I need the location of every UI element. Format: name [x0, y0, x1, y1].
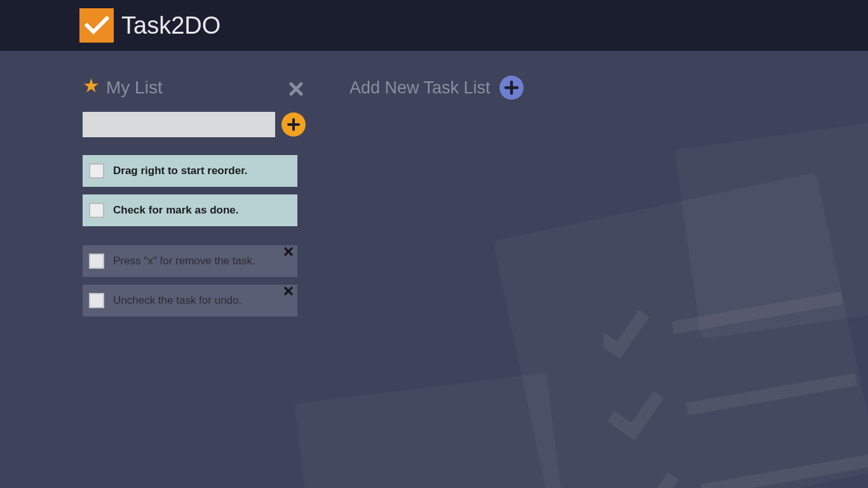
task-checkbox[interactable] — [89, 254, 104, 269]
new-task-row — [83, 112, 308, 137]
svg-line-0 — [673, 298, 842, 328]
close-list-button[interactable] — [284, 79, 308, 98]
app-logo-icon — [79, 8, 114, 43]
app-title-part3: DO — [184, 12, 220, 39]
task-label: Press "x" for remove the task. — [113, 255, 255, 268]
task-row[interactable]: Check for mark as done. — [83, 194, 297, 226]
add-task-button[interactable] — [281, 112, 306, 137]
remove-task-button[interactable] — [283, 286, 294, 296]
task-row[interactable]: Uncheck the task for undo. — [83, 285, 297, 316]
list-header: ★ My List — [83, 76, 308, 99]
star-icon: ★ — [83, 76, 100, 95]
app-header: Task2DO — [0, 0, 868, 51]
svg-line-2 — [702, 461, 868, 488]
background-checklist-icon — [604, 267, 868, 488]
task-row[interactable]: Drag right to start reorder. — [83, 155, 297, 187]
add-list-label: Add New Task List — [349, 78, 491, 98]
remove-task-button[interactable] — [283, 247, 294, 257]
app-title: Task2DO — [121, 12, 220, 39]
task-checkbox[interactable] — [89, 163, 104, 179]
task-label: Drag right to start reorder. — [113, 165, 248, 177]
task-row[interactable]: Press "x" for remove the task. — [83, 245, 297, 277]
background-decoration — [493, 172, 868, 488]
task-list-column: ★ My List Drag right to start reorder. C… — [83, 76, 308, 316]
add-list-header: Add New Task List — [349, 76, 575, 99]
add-list-button[interactable] — [499, 76, 524, 100]
svg-line-1 — [687, 379, 856, 409]
main-content: ★ My List Drag right to start reorder. C… — [0, 51, 868, 488]
background-decoration — [675, 106, 868, 339]
add-list-column: Add New Task List — [349, 76, 575, 99]
task-label: Uncheck the task for undo. — [113, 294, 241, 307]
task-checkbox[interactable] — [89, 203, 104, 218]
completed-tasks: Press "x" for remove the task. Uncheck t… — [83, 245, 308, 316]
list-title: My List — [106, 78, 284, 98]
task-label: Check for mark as done. — [113, 204, 238, 217]
task-checkbox[interactable] — [89, 293, 104, 308]
active-tasks: Drag right to start reorder. Check for m… — [83, 155, 308, 226]
app-title-part2: 2 — [171, 12, 184, 39]
new-task-input[interactable] — [83, 112, 275, 137]
app-title-part1: Task — [121, 12, 171, 39]
background-decoration — [294, 373, 570, 488]
